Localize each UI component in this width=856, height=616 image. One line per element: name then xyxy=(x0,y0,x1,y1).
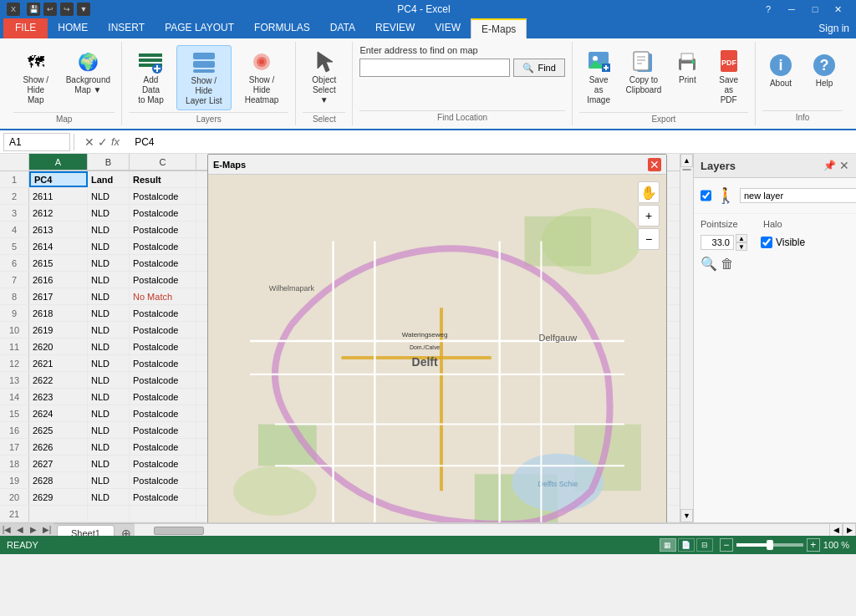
cell-a[interactable]: 2618 xyxy=(29,305,88,321)
scroll-next-sheet[interactable]: ▶ xyxy=(27,523,40,537)
layer-name-input[interactable] xyxy=(740,188,856,203)
layer-visibility-checkbox[interactable] xyxy=(701,190,711,201)
cell-a[interactable]: PC4 xyxy=(29,171,88,187)
cell-b[interactable]: NLD xyxy=(88,305,130,321)
scroll-down-button[interactable]: ▼ xyxy=(680,509,693,522)
cell-a[interactable] xyxy=(29,506,88,522)
restore-button[interactable]: □ xyxy=(804,3,826,16)
find-address-input[interactable] xyxy=(359,59,510,77)
tab-formulas[interactable]: FORMULAS xyxy=(244,18,320,38)
show-hide-heatmap-button[interactable]: Show / HideHeatmap xyxy=(235,45,288,109)
pointsize-up-button[interactable]: ▲ xyxy=(736,234,747,242)
cell-b[interactable]: NLD xyxy=(88,255,130,271)
cell-b[interactable]: NLD xyxy=(88,188,130,204)
layers-pin-icon[interactable]: 📌 xyxy=(823,160,836,171)
undo-icon[interactable]: ↩ xyxy=(43,3,57,16)
background-map-button[interactable]: 🌍 BackgroundMap ▼ xyxy=(62,45,115,99)
minimize-button[interactable]: ─ xyxy=(781,3,802,16)
cancel-formula-icon[interactable]: ✕ xyxy=(84,135,94,149)
cell-b[interactable]: NLD xyxy=(88,472,130,488)
page-break-view-button[interactable]: ⊟ xyxy=(696,538,713,552)
tab-home[interactable]: HOME xyxy=(48,18,98,38)
cell-c[interactable]: Postalcode xyxy=(130,221,196,237)
tab-page-layout[interactable]: PAGE LAYOUT xyxy=(155,18,244,38)
layer-delete-icon[interactable]: 🗑 xyxy=(721,257,734,272)
redo-icon[interactable]: ↪ xyxy=(60,3,74,16)
cell-a[interactable]: 2626 xyxy=(29,439,88,455)
cell-b[interactable]: NLD xyxy=(88,439,130,455)
cell-c[interactable]: Postalcode xyxy=(130,188,196,204)
cell-b[interactable]: NLD xyxy=(88,322,130,338)
tab-file[interactable]: FILE xyxy=(3,18,48,38)
h-scroll-thumb[interactable] xyxy=(154,527,204,535)
close-button[interactable]: ✕ xyxy=(828,3,849,16)
zoom-in-status-button[interactable]: + xyxy=(807,538,820,552)
cell-b[interactable]: NLD xyxy=(88,422,130,438)
zoom-slider[interactable] xyxy=(736,543,803,547)
cell-a[interactable]: 2613 xyxy=(29,221,88,237)
cell-c[interactable]: Postalcode xyxy=(130,305,196,321)
cell-c[interactable]: Postalcode xyxy=(130,389,196,405)
formula-input[interactable] xyxy=(130,133,853,151)
cell-b[interactable]: NLD xyxy=(88,456,130,471)
cell-c[interactable] xyxy=(130,506,196,522)
map-hand-tool[interactable]: ✋ xyxy=(638,181,660,203)
visible-checkbox[interactable] xyxy=(761,237,772,248)
cell-a[interactable]: 2629 xyxy=(29,489,88,505)
layers-close-icon[interactable]: ✕ xyxy=(839,159,849,172)
cell-b[interactable]: NLD xyxy=(88,272,130,288)
cell-c[interactable]: No Match xyxy=(130,288,196,304)
cell-a[interactable]: 2625 xyxy=(29,422,88,438)
cell-a[interactable]: 2615 xyxy=(29,255,88,271)
col-header-a[interactable]: A xyxy=(29,154,88,171)
cell-b[interactable]: NLD xyxy=(88,405,130,421)
cell-c[interactable]: Postalcode xyxy=(130,272,196,288)
cell-b[interactable]: NLD xyxy=(88,489,130,505)
object-select-button[interactable]: ObjectSelect ▼ xyxy=(303,45,345,109)
cell-a[interactable]: 2611 xyxy=(29,188,88,204)
col-header-c[interactable]: C xyxy=(130,154,196,171)
cell-c[interactable]: Postalcode xyxy=(130,322,196,338)
scroll-prev-sheet[interactable]: ◀ xyxy=(13,523,27,537)
cell-c[interactable]: Postalcode xyxy=(130,472,196,488)
cell-a[interactable]: 2617 xyxy=(29,288,88,304)
confirm-formula-icon[interactable]: ✓ xyxy=(98,135,108,149)
cell-c[interactable]: Postalcode xyxy=(130,405,196,421)
map-close-button[interactable]: ✕ xyxy=(648,158,661,171)
cell-b[interactable]: NLD xyxy=(88,339,130,354)
cell-a[interactable]: 2614 xyxy=(29,238,88,254)
cell-b[interactable] xyxy=(88,506,130,522)
page-layout-view-button[interactable]: 📄 xyxy=(678,538,695,552)
h-scroll-right-button[interactable]: ▶ xyxy=(843,523,856,537)
cell-b[interactable]: NLD xyxy=(88,355,130,371)
zoom-slider-thumb[interactable] xyxy=(767,540,773,550)
cell-a[interactable]: 2627 xyxy=(29,456,88,471)
cell-reference-input[interactable] xyxy=(3,133,70,151)
insert-function-icon[interactable]: fx xyxy=(111,135,120,148)
cell-a[interactable]: 2616 xyxy=(29,272,88,288)
tab-view[interactable]: VIEW xyxy=(425,18,471,38)
tab-emaps[interactable]: E-Maps xyxy=(471,18,527,38)
tab-data[interactable]: DATA xyxy=(320,18,365,38)
sign-in-label[interactable]: Sign in xyxy=(818,23,849,34)
cell-b[interactable]: NLD xyxy=(88,238,130,254)
cell-c[interactable]: Postalcode xyxy=(130,339,196,354)
cell-c[interactable]: Postalcode xyxy=(130,205,196,221)
save-as-image-button[interactable]: Save asImage xyxy=(579,45,619,109)
cell-b[interactable]: Land xyxy=(88,171,130,187)
save-as-pdf-button[interactable]: PDF Save asPDF xyxy=(709,45,748,109)
cell-a[interactable]: 2624 xyxy=(29,405,88,421)
help-ribbon-button[interactable]: ? Help xyxy=(806,48,843,92)
tab-insert[interactable]: INSERT xyxy=(98,18,155,38)
cell-a[interactable]: 2622 xyxy=(29,372,88,388)
cell-a[interactable]: 2620 xyxy=(29,339,88,354)
help-button[interactable]: ? xyxy=(757,3,779,16)
scroll-up-button[interactable]: ▲ xyxy=(680,154,693,167)
cell-c[interactable]: Postalcode xyxy=(130,355,196,371)
cell-b[interactable]: NLD xyxy=(88,389,130,405)
cell-c[interactable]: Postalcode xyxy=(130,456,196,471)
scroll-last-sheet[interactable]: ▶| xyxy=(40,523,54,537)
zoom-out-status-button[interactable]: − xyxy=(720,538,733,552)
cell-c[interactable]: Postalcode xyxy=(130,439,196,455)
normal-view-button[interactable]: ▦ xyxy=(660,538,676,552)
